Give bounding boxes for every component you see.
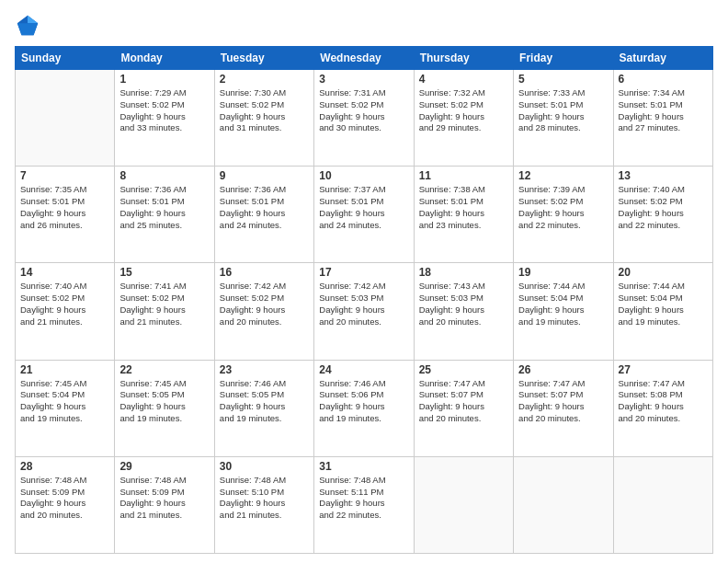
day-info: Sunrise: 7:48 AMSunset: 5:10 PMDaylight:… bbox=[220, 475, 309, 522]
day-number: 7 bbox=[20, 169, 109, 182]
day-number: 1 bbox=[119, 73, 209, 86]
calendar-cell bbox=[613, 456, 712, 553]
day-number: 30 bbox=[220, 460, 309, 473]
day-info: Sunrise: 7:40 AMSunset: 5:02 PMDaylight:… bbox=[20, 281, 109, 327]
day-number: 15 bbox=[119, 266, 209, 279]
calendar-cell: 22Sunrise: 7:45 AMSunset: 5:05 PMDayligh… bbox=[115, 360, 214, 456]
day-number: 11 bbox=[419, 169, 508, 182]
calendar-cell: 30Sunrise: 7:48 AMSunset: 5:10 PMDayligh… bbox=[214, 456, 313, 553]
calendar-cell bbox=[16, 70, 115, 167]
calendar-cell: 18Sunrise: 7:43 AMSunset: 5:03 PMDayligh… bbox=[414, 263, 513, 360]
day-info: Sunrise: 7:36 AMSunset: 5:01 PMDaylight:… bbox=[119, 184, 209, 231]
logo bbox=[15, 13, 44, 39]
weekday-header-thursday: Thursday bbox=[414, 47, 513, 70]
day-info: Sunrise: 7:39 AMSunset: 5:02 PMDaylight:… bbox=[518, 184, 608, 231]
calendar-cell: 24Sunrise: 7:46 AMSunset: 5:06 PMDayligh… bbox=[314, 360, 414, 456]
day-number: 21 bbox=[20, 363, 109, 376]
day-info: Sunrise: 7:45 AMSunset: 5:04 PMDaylight:… bbox=[20, 378, 109, 425]
day-info: Sunrise: 7:33 AMSunset: 5:01 PMDaylight:… bbox=[518, 87, 608, 134]
day-number: 31 bbox=[319, 460, 408, 473]
calendar-cell: 7Sunrise: 7:35 AMSunset: 5:01 PMDaylight… bbox=[16, 167, 115, 263]
week-row-4: 21Sunrise: 7:45 AMSunset: 5:04 PMDayligh… bbox=[16, 360, 713, 456]
day-number: 10 bbox=[319, 169, 408, 182]
day-number: 4 bbox=[419, 73, 508, 86]
calendar-cell: 20Sunrise: 7:44 AMSunset: 5:04 PMDayligh… bbox=[613, 263, 712, 360]
day-info: Sunrise: 7:48 AMSunset: 5:09 PMDaylight:… bbox=[119, 475, 209, 522]
calendar-cell: 4Sunrise: 7:32 AMSunset: 5:02 PMDaylight… bbox=[414, 70, 513, 167]
calendar-cell: 27Sunrise: 7:47 AMSunset: 5:08 PMDayligh… bbox=[613, 360, 712, 456]
day-info: Sunrise: 7:44 AMSunset: 5:04 PMDaylight:… bbox=[619, 281, 708, 327]
day-info: Sunrise: 7:46 AMSunset: 5:06 PMDaylight:… bbox=[319, 378, 408, 425]
calendar-cell: 15Sunrise: 7:41 AMSunset: 5:02 PMDayligh… bbox=[115, 263, 214, 360]
day-info: Sunrise: 7:38 AMSunset: 5:01 PMDaylight:… bbox=[419, 184, 508, 231]
day-info: Sunrise: 7:37 AMSunset: 5:01 PMDaylight:… bbox=[319, 184, 408, 231]
day-number: 12 bbox=[518, 169, 608, 182]
page: SundayMondayTuesdayWednesdayThursdayFrid… bbox=[0, 0, 728, 563]
day-info: Sunrise: 7:45 AMSunset: 5:05 PMDaylight:… bbox=[119, 378, 209, 425]
calendar-cell: 21Sunrise: 7:45 AMSunset: 5:04 PMDayligh… bbox=[16, 360, 115, 456]
day-info: Sunrise: 7:43 AMSunset: 5:03 PMDaylight:… bbox=[419, 281, 508, 327]
header bbox=[15, 13, 713, 39]
day-number: 29 bbox=[119, 460, 209, 473]
day-number: 6 bbox=[619, 73, 708, 86]
svg-marker-2 bbox=[17, 23, 38, 35]
day-number: 14 bbox=[20, 266, 109, 279]
calendar-cell: 13Sunrise: 7:40 AMSunset: 5:02 PMDayligh… bbox=[613, 167, 712, 263]
day-info: Sunrise: 7:42 AMSunset: 5:02 PMDaylight:… bbox=[220, 281, 309, 327]
week-row-2: 7Sunrise: 7:35 AMSunset: 5:01 PMDaylight… bbox=[16, 167, 713, 263]
day-info: Sunrise: 7:30 AMSunset: 5:02 PMDaylight:… bbox=[220, 87, 309, 134]
calendar-cell: 1Sunrise: 7:29 AMSunset: 5:02 PMDaylight… bbox=[115, 70, 214, 167]
day-number: 22 bbox=[119, 363, 209, 376]
weekday-header-tuesday: Tuesday bbox=[214, 47, 313, 70]
day-number: 26 bbox=[518, 363, 608, 376]
calendar-cell: 2Sunrise: 7:30 AMSunset: 5:02 PMDaylight… bbox=[214, 70, 313, 167]
weekday-header-saturday: Saturday bbox=[613, 47, 712, 70]
weekday-header-friday: Friday bbox=[514, 47, 613, 70]
day-info: Sunrise: 7:47 AMSunset: 5:08 PMDaylight:… bbox=[619, 378, 708, 425]
day-info: Sunrise: 7:47 AMSunset: 5:07 PMDaylight:… bbox=[518, 378, 608, 425]
logo-icon bbox=[15, 13, 40, 39]
day-number: 24 bbox=[319, 363, 408, 376]
calendar-cell: 9Sunrise: 7:36 AMSunset: 5:01 PMDaylight… bbox=[214, 167, 313, 263]
calendar-cell: 11Sunrise: 7:38 AMSunset: 5:01 PMDayligh… bbox=[414, 167, 513, 263]
day-number: 28 bbox=[20, 460, 109, 473]
calendar-cell: 28Sunrise: 7:48 AMSunset: 5:09 PMDayligh… bbox=[16, 456, 115, 553]
day-info: Sunrise: 7:42 AMSunset: 5:03 PMDaylight:… bbox=[319, 281, 408, 327]
day-info: Sunrise: 7:48 AMSunset: 5:09 PMDaylight:… bbox=[20, 475, 109, 522]
calendar-cell: 23Sunrise: 7:46 AMSunset: 5:05 PMDayligh… bbox=[214, 360, 313, 456]
day-number: 9 bbox=[220, 169, 309, 182]
day-number: 19 bbox=[518, 266, 608, 279]
calendar-cell: 14Sunrise: 7:40 AMSunset: 5:02 PMDayligh… bbox=[16, 263, 115, 360]
day-number: 27 bbox=[619, 363, 708, 376]
calendar-table: SundayMondayTuesdayWednesdayThursdayFrid… bbox=[15, 46, 713, 554]
day-info: Sunrise: 7:31 AMSunset: 5:02 PMDaylight:… bbox=[319, 87, 408, 134]
day-info: Sunrise: 7:29 AMSunset: 5:02 PMDaylight:… bbox=[119, 87, 209, 134]
weekday-header-wednesday: Wednesday bbox=[314, 47, 414, 70]
day-number: 17 bbox=[319, 266, 408, 279]
week-row-1: 1Sunrise: 7:29 AMSunset: 5:02 PMDaylight… bbox=[16, 70, 713, 167]
weekday-header-row: SundayMondayTuesdayWednesdayThursdayFrid… bbox=[16, 47, 713, 70]
day-info: Sunrise: 7:47 AMSunset: 5:07 PMDaylight:… bbox=[419, 378, 508, 425]
day-number: 16 bbox=[220, 266, 309, 279]
day-info: Sunrise: 7:34 AMSunset: 5:01 PMDaylight:… bbox=[619, 87, 708, 134]
day-info: Sunrise: 7:48 AMSunset: 5:11 PMDaylight:… bbox=[319, 475, 408, 522]
day-number: 8 bbox=[119, 169, 209, 182]
week-row-5: 28Sunrise: 7:48 AMSunset: 5:09 PMDayligh… bbox=[16, 456, 713, 553]
calendar-cell: 12Sunrise: 7:39 AMSunset: 5:02 PMDayligh… bbox=[514, 167, 613, 263]
calendar-cell: 16Sunrise: 7:42 AMSunset: 5:02 PMDayligh… bbox=[214, 263, 313, 360]
day-number: 5 bbox=[518, 73, 608, 86]
calendar-cell: 17Sunrise: 7:42 AMSunset: 5:03 PMDayligh… bbox=[314, 263, 414, 360]
day-number: 18 bbox=[419, 266, 508, 279]
day-number: 2 bbox=[220, 73, 309, 86]
calendar-cell: 25Sunrise: 7:47 AMSunset: 5:07 PMDayligh… bbox=[414, 360, 513, 456]
day-info: Sunrise: 7:36 AMSunset: 5:01 PMDaylight:… bbox=[220, 184, 309, 231]
day-info: Sunrise: 7:32 AMSunset: 5:02 PMDaylight:… bbox=[419, 87, 508, 134]
day-number: 13 bbox=[619, 169, 708, 182]
calendar-cell: 3Sunrise: 7:31 AMSunset: 5:02 PMDaylight… bbox=[314, 70, 414, 167]
calendar-cell: 6Sunrise: 7:34 AMSunset: 5:01 PMDaylight… bbox=[613, 70, 712, 167]
calendar-cell: 10Sunrise: 7:37 AMSunset: 5:01 PMDayligh… bbox=[314, 167, 414, 263]
day-info: Sunrise: 7:41 AMSunset: 5:02 PMDaylight:… bbox=[119, 281, 209, 327]
day-info: Sunrise: 7:40 AMSunset: 5:02 PMDaylight:… bbox=[619, 184, 708, 231]
day-number: 23 bbox=[220, 363, 309, 376]
calendar-cell: 8Sunrise: 7:36 AMSunset: 5:01 PMDaylight… bbox=[115, 167, 214, 263]
